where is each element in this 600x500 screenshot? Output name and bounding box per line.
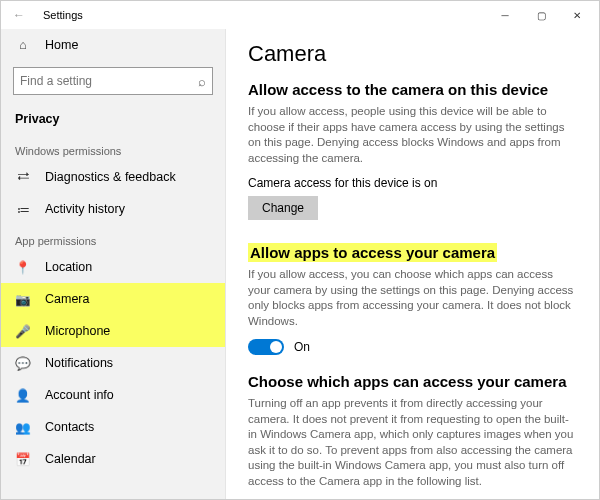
sidebar-current: Privacy <box>1 103 225 135</box>
sidebar-item-label: Location <box>45 260 92 274</box>
section-heading-device-access: Allow access to the camera on this devic… <box>248 81 577 98</box>
account-icon: 👤 <box>15 388 31 403</box>
sidebar-home[interactable]: ⌂ Home <box>1 29 225 61</box>
sidebar-item-contacts[interactable]: 👥 Contacts <box>1 411 225 443</box>
camera-icon: 📷 <box>15 292 31 307</box>
location-icon: 📍 <box>15 260 31 275</box>
sidebar-current-label: Privacy <box>15 112 59 126</box>
sidebar-item-activity-history[interactable]: ≔ Activity history <box>1 193 225 225</box>
section-app-permissions: App permissions <box>1 225 225 251</box>
toggle-label: On <box>294 340 310 354</box>
sidebar-item-label: Account info <box>45 388 114 402</box>
notifications-icon: 💬 <box>15 356 31 371</box>
section-windows-permissions: Windows permissions <box>1 135 225 161</box>
window-title: Settings <box>43 9 83 21</box>
section-desc-device-access: If you allow access, people using this d… <box>248 104 577 166</box>
section-desc-choose-apps: Turning off an app prevents it from dire… <box>248 396 577 489</box>
section-desc-app-access: If you allow access, you can choose whic… <box>248 267 577 329</box>
back-icon[interactable]: ← <box>5 8 33 22</box>
diagnostics-icon: ⮂ <box>15 170 31 184</box>
sidebar-home-label: Home <box>45 38 78 52</box>
search-icon: ⌕ <box>198 74 206 89</box>
titlebar: ← Settings ─ ▢ ✕ <box>1 1 599 29</box>
change-button[interactable]: Change <box>248 196 318 220</box>
content-area: Camera Allow access to the camera on thi… <box>226 29 599 499</box>
sidebar-item-label: Microphone <box>45 324 110 338</box>
maximize-button[interactable]: ▢ <box>523 1 559 29</box>
sidebar-item-label: Camera <box>45 292 89 306</box>
search-box[interactable]: ⌕ <box>13 67 213 95</box>
sidebar-item-label: Notifications <box>45 356 113 370</box>
section-heading-choose-apps: Choose which apps can access your camera <box>248 373 577 390</box>
app-access-toggle[interactable] <box>248 339 284 355</box>
section-heading-app-access: Allow apps to access your camera <box>248 244 577 261</box>
sidebar-item-account-info[interactable]: 👤 Account info <box>1 379 225 411</box>
sidebar-item-label: Diagnostics & feedback <box>45 170 176 184</box>
sidebar-item-diagnostics[interactable]: ⮂ Diagnostics & feedback <box>1 161 225 193</box>
calendar-icon: 📅 <box>15 452 31 467</box>
contacts-icon: 👥 <box>15 420 31 435</box>
activity-icon: ≔ <box>15 202 31 217</box>
close-button[interactable]: ✕ <box>559 1 595 29</box>
sidebar-item-microphone[interactable]: 🎤 Microphone <box>1 315 225 347</box>
sidebar-item-label: Contacts <box>45 420 94 434</box>
sidebar-item-camera[interactable]: 📷 Camera <box>1 283 225 315</box>
sidebar-item-label: Activity history <box>45 202 125 216</box>
sidebar-item-notifications[interactable]: 💬 Notifications <box>1 347 225 379</box>
microphone-icon: 🎤 <box>15 324 31 339</box>
settings-window: ← Settings ─ ▢ ✕ ⌂ Home ⌕ Privacy Window… <box>0 0 600 500</box>
sidebar-item-location[interactable]: 📍 Location <box>1 251 225 283</box>
page-title: Camera <box>248 41 577 67</box>
device-access-status: Camera access for this device is on <box>248 176 577 190</box>
minimize-button[interactable]: ─ <box>487 1 523 29</box>
sidebar: ⌂ Home ⌕ Privacy Windows permissions ⮂ D… <box>1 29 226 499</box>
sidebar-item-label: Calendar <box>45 452 96 466</box>
search-input[interactable] <box>20 74 198 88</box>
sidebar-item-calendar[interactable]: 📅 Calendar <box>1 443 225 475</box>
home-icon: ⌂ <box>15 38 31 52</box>
